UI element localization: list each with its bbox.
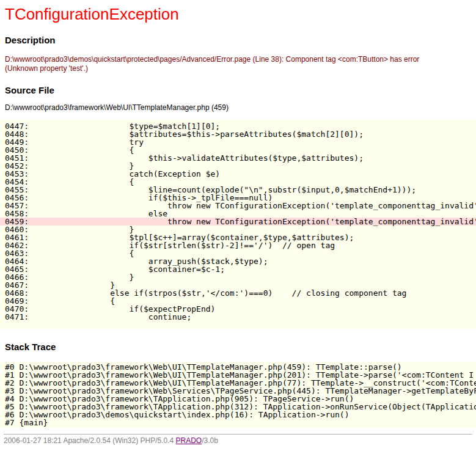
source-file-path: D:\wwwroot\prado3\framework\Web\UI\TTemp… — [5, 103, 471, 112]
source-code-block: 0447: $type=$match[1][0]; 0448: $attribu… — [0, 120, 476, 329]
description-heading: Description — [5, 35, 471, 45]
server-signature-footer: 2006-01-27 18:21 Apache/2.0.54 (Win32) P… — [4, 434, 472, 446]
server-signature-text: 2006-01-27 18:21 Apache/2.0.54 (Win32) P… — [4, 436, 176, 445]
prado-link[interactable]: PRADO — [176, 436, 202, 445]
page-title: TConfigurationException — [5, 5, 471, 23]
prado-version-text: /3.0b — [202, 436, 218, 445]
stack-frame-7: #7 {main} — [0, 419, 476, 427]
code-line-0471: 0471: continue; — [0, 313, 476, 321]
error-description-message: D:\wwwroot\prado3\demos\quickstart\prote… — [5, 55, 427, 73]
stack-trace-block: #0 D:\wwwroot\prado3\framework\Web\UI\TT… — [0, 362, 476, 428]
stack-trace-heading: Stack Trace — [5, 342, 471, 352]
source-file-heading: Source File — [5, 86, 471, 95]
stack-frame-6: #6 D:\wwwroot\prado3\demos\quickstart\in… — [0, 411, 476, 419]
